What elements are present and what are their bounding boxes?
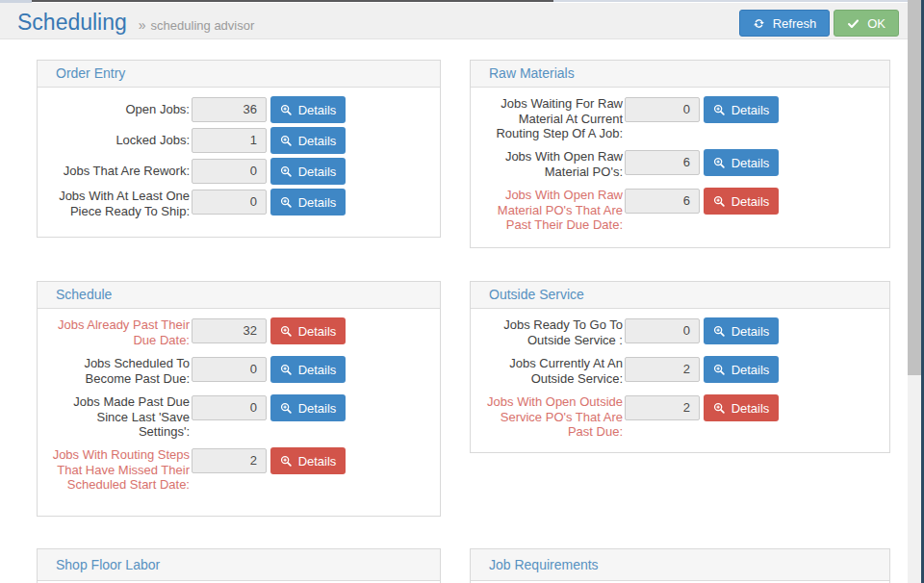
search-plus-icon	[280, 196, 293, 209]
details-button-label: Details	[298, 103, 337, 117]
header-actions: Refresh OK	[739, 10, 899, 37]
metric-label: Jobs Currently At An Outside Service:	[480, 356, 623, 386]
page-title: Scheduling	[17, 10, 127, 35]
metric-row: Jobs With Routing Steps That Have Missed…	[38, 447, 440, 474]
search-plus-icon	[280, 165, 293, 178]
scrollbar[interactable]	[908, 0, 921, 583]
search-plus-icon	[713, 364, 726, 376]
search-plus-icon	[713, 104, 726, 116]
metric-row: Jobs Waiting For Raw Material At Current…	[471, 96, 889, 123]
metric-value-field: 0	[192, 357, 267, 382]
details-button[interactable]: Details	[270, 317, 346, 344]
panel-order-entry: Order Entry Open Jobs: 36 Details Locked…	[37, 60, 441, 238]
metric-label: Jobs Scheduled To Become Past Due:	[47, 356, 190, 386]
metric-row: Jobs Scheduled To Become Past Due: 0 Det…	[38, 356, 440, 383]
metric-row: Jobs With Open Raw Material PO's: 6 Deta…	[471, 149, 889, 176]
details-button[interactable]: Details	[270, 356, 346, 383]
metric-label: Jobs Made Past Due Since Last 'Save Sett…	[47, 394, 190, 440]
search-plus-icon	[280, 325, 293, 338]
metric-row: Jobs Made Past Due Since Last 'Save Sett…	[38, 394, 440, 421]
details-button[interactable]: Details	[704, 188, 779, 215]
search-plus-icon	[280, 402, 293, 415]
panel-title: Outside Service	[471, 282, 889, 309]
browser-edge-line-light	[553, 0, 924, 2]
metric-row: Jobs With Open Outside Service PO's That…	[471, 394, 889, 421]
metric-value-field: 0	[192, 159, 267, 184]
scrollbar-thumb[interactable]	[908, 0, 921, 375]
panel-job-requirements: Job Requirements	[470, 548, 890, 583]
panel-title: Raw Materials	[471, 61, 889, 88]
search-plus-icon	[280, 455, 293, 468]
details-button-label: Details	[298, 454, 337, 469]
refresh-button-label: Refresh	[773, 16, 817, 31]
details-button-label: Details	[298, 401, 337, 416]
details-button-label: Details	[732, 401, 770, 416]
details-button[interactable]: Details	[704, 317, 779, 344]
details-button-label: Details	[298, 195, 337, 210]
panel-title: Job Requirements	[471, 549, 889, 581]
metric-row: Jobs With Open Raw Material PO's That Ar…	[471, 188, 889, 215]
metric-label: Jobs With At Least One Piece Ready To Sh…	[47, 189, 190, 218]
details-button-label: Details	[298, 363, 337, 377]
panel-schedule: Schedule Jobs Already Past Their Due Dat…	[37, 281, 441, 517]
metric-value-field: 2	[192, 448, 267, 473]
metric-row: Jobs Currently At An Outside Service: 2 …	[471, 356, 889, 383]
details-button-label: Details	[298, 165, 337, 179]
app-header: Scheduling »scheduling advisor Refresh O…	[0, 3, 924, 39]
details-button[interactable]: Details	[270, 127, 346, 154]
details-button[interactable]: Details	[704, 149, 779, 176]
details-button[interactable]: Details	[270, 394, 346, 421]
panel-title: Shop Floor Labor	[38, 549, 440, 581]
metric-row: Jobs With At Least One Piece Ready To Sh…	[38, 189, 440, 215]
details-button-label: Details	[732, 156, 770, 170]
details-button[interactable]: Details	[704, 96, 779, 123]
metric-row: Jobs That Are Rework: 0 Details	[38, 158, 440, 185]
metric-label: Jobs Already Past Their Due Date:	[47, 317, 190, 347]
metric-row: Locked Jobs: 1 Details	[38, 127, 440, 154]
metric-value-field: 0	[192, 395, 267, 420]
details-button[interactable]: Details	[270, 447, 346, 474]
panel-outside-service: Outside Service Jobs Ready To Go To Outs…	[470, 281, 890, 453]
details-button[interactable]: Details	[270, 158, 346, 185]
metric-label: Jobs With Open Raw Material PO's That Ar…	[480, 188, 623, 233]
metric-row: Open Jobs: 36 Details	[38, 96, 440, 123]
details-button[interactable]: Details	[270, 189, 346, 215]
panel-raw-materials: Raw Materials Jobs Waiting For Raw Mater…	[470, 60, 890, 248]
details-button[interactable]: Details	[704, 356, 779, 383]
search-plus-icon	[280, 104, 293, 116]
search-plus-icon	[713, 402, 726, 415]
details-button-label: Details	[732, 194, 770, 209]
metric-value-field: 36	[192, 97, 267, 122]
details-button[interactable]: Details	[270, 96, 346, 123]
metric-value-field: 2	[625, 357, 700, 382]
metric-row: Jobs Ready To Go To Outside Service : 0 …	[471, 317, 889, 344]
refresh-icon	[753, 17, 765, 30]
search-plus-icon	[713, 157, 726, 169]
metric-label: Jobs With Open Raw Material PO's:	[480, 149, 623, 179]
metric-label: Jobs That Are Rework:	[47, 158, 190, 185]
metric-value-field: 32	[192, 318, 267, 343]
ok-button-label: OK	[867, 16, 886, 31]
panel-title: Schedule	[38, 282, 440, 309]
metric-label: Locked Jobs:	[47, 127, 190, 154]
metric-value-field: 2	[625, 395, 700, 420]
refresh-button[interactable]: Refresh	[739, 10, 831, 37]
metric-value-field: 0	[625, 97, 700, 122]
search-plus-icon	[713, 195, 726, 208]
metric-label: Jobs With Open Outside Service PO's That…	[480, 394, 623, 440]
details-button-label: Details	[298, 134, 337, 148]
ok-button[interactable]: OK	[834, 10, 899, 37]
details-button-label: Details	[732, 103, 770, 117]
browser-edge-line-dark	[32, 0, 553, 2]
metric-label: Jobs Waiting For Raw Material At Current…	[480, 96, 623, 141]
metric-label: Jobs With Routing Steps That Have Missed…	[47, 447, 190, 493]
panel-shop-floor-labor: Shop Floor Labor	[37, 548, 441, 583]
details-button-label: Details	[298, 324, 337, 339]
breadcrumb-label: scheduling advisor	[151, 18, 255, 33]
search-plus-icon	[280, 364, 293, 376]
details-button-label: Details	[732, 363, 770, 377]
metric-row: Jobs Already Past Their Due Date: 32 Det…	[38, 317, 440, 344]
search-plus-icon	[280, 135, 293, 147]
details-button[interactable]: Details	[704, 394, 779, 421]
metric-value-field: 0	[192, 190, 267, 215]
